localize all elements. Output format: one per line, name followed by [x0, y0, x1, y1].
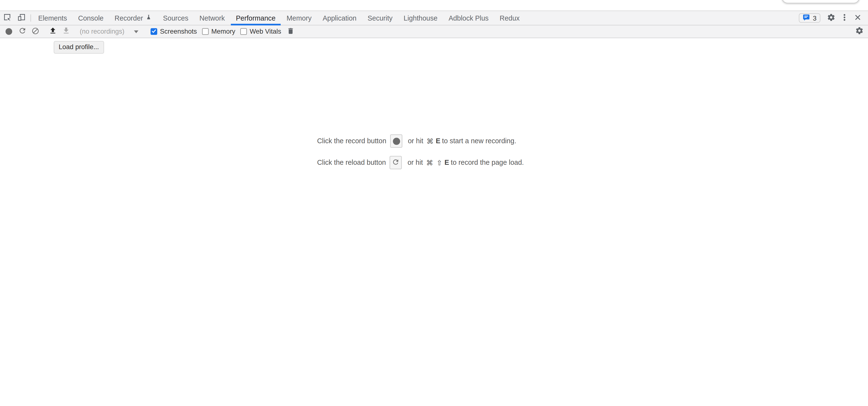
device-toolbar-button[interactable] — [14, 11, 29, 25]
browser-popup-remnant — [781, 0, 860, 3]
recordings-select-value: (no recordings) — [80, 28, 124, 35]
screenshots-checkbox-label: Screenshots — [160, 28, 197, 35]
kebab-menu-icon — [840, 13, 848, 23]
top-strip — [0, 0, 868, 10]
tab-label: Adblock Plus — [448, 14, 489, 22]
close-devtools-button[interactable] — [851, 11, 864, 25]
web-vitals-checkbox-label: Web Vitals — [250, 28, 281, 35]
memory-checkbox[interactable] — [202, 28, 209, 35]
clear-button[interactable] — [29, 25, 42, 37]
gear-icon — [827, 13, 835, 23]
cmd-key-glyph: ⌘ — [427, 137, 434, 145]
issues-counter-button[interactable]: 3 — [799, 13, 820, 23]
devtools-tabbar: Elements Console Recorder Sources Networ… — [0, 10, 868, 25]
tab-recorder[interactable]: Recorder — [109, 11, 157, 25]
performance-toolbar: (no recordings) Screenshots Memory Web V… — [0, 25, 868, 38]
speech-bubble-icon — [803, 13, 810, 23]
device-toolbar-icon — [17, 13, 26, 23]
recordings-select[interactable]: (no recordings) — [76, 28, 142, 35]
settings-button[interactable] — [824, 11, 837, 25]
reload-and-record-button[interactable] — [16, 25, 29, 37]
inspect-cursor-icon — [3, 13, 11, 23]
tab-label: Memory — [286, 14, 311, 22]
record-icon — [6, 28, 12, 35]
chevron-down-icon — [134, 30, 138, 33]
gear-icon — [855, 27, 863, 37]
check-icon — [151, 28, 157, 35]
tab-label: Elements — [38, 14, 67, 22]
record-icon — [393, 137, 400, 145]
tab-memory[interactable]: Memory — [281, 11, 317, 25]
or-hit-text: or hit — [408, 159, 423, 166]
reload-icon — [392, 158, 400, 167]
capture-settings-button[interactable] — [852, 25, 866, 37]
tab-elements[interactable]: Elements — [33, 11, 73, 25]
tab-label: Sources — [163, 14, 188, 22]
issues-count: 3 — [813, 14, 816, 22]
reload-instruction-row: Click the reload button or hit ⌘ ⇧ E to … — [317, 156, 551, 169]
save-profile-button[interactable] — [59, 25, 73, 37]
record-instruction-suffix: to start a new recording. — [442, 137, 516, 145]
garbage-collect-button[interactable] — [284, 25, 298, 37]
e-key-glyph: E — [436, 137, 440, 145]
more-options-button[interactable] — [837, 11, 851, 25]
reload-instruction-text: Click the reload button — [317, 159, 386, 166]
load-profile-tooltip: Load profile... — [54, 41, 104, 54]
tab-network[interactable]: Network — [194, 11, 230, 25]
tab-sources[interactable]: Sources — [157, 11, 194, 25]
record-button[interactable] — [2, 25, 16, 37]
tab-label: Application — [322, 14, 356, 22]
close-icon — [854, 13, 861, 23]
tab-application[interactable]: Application — [317, 11, 362, 25]
tab-label: Redux — [500, 14, 520, 22]
upload-icon — [49, 27, 57, 37]
devtools-window: Elements Console Recorder Sources Networ… — [0, 0, 868, 178]
trash-icon — [287, 27, 294, 36]
tabbar-right-controls: 3 — [799, 11, 868, 25]
tab-label: Recorder — [115, 14, 143, 22]
tab-redux[interactable]: Redux — [494, 11, 525, 25]
download-icon — [62, 27, 70, 37]
tab-label: Performance — [236, 14, 276, 22]
block-icon — [31, 27, 39, 36]
reload-icon — [18, 27, 26, 37]
cmd-key-glyph: ⌘ — [426, 159, 433, 167]
screenshots-checkbox[interactable] — [151, 28, 157, 35]
record-button-preview[interactable] — [390, 134, 402, 147]
perf-toolbar-right — [848, 25, 866, 37]
tab-lighthouse[interactable]: Lighthouse — [398, 11, 443, 25]
tab-performance[interactable]: Performance — [230, 11, 281, 25]
tab-label: Console — [78, 14, 104, 22]
reload-button-preview[interactable] — [390, 156, 402, 169]
tab-label: Network — [199, 14, 225, 22]
tab-console[interactable]: Console — [73, 11, 109, 25]
or-hit-text: or hit — [408, 137, 423, 145]
tab-security[interactable]: Security — [362, 11, 398, 25]
experiment-flask-icon — [146, 14, 152, 22]
memory-checkbox-label: Memory — [211, 28, 235, 35]
load-profile-button[interactable] — [46, 25, 59, 37]
reload-instruction-suffix: to record the page load. — [451, 159, 524, 166]
e-key-glyph: E — [444, 159, 449, 166]
record-instruction-text: Click the record button — [317, 137, 386, 145]
performance-empty-state: Click the record button or hit ⌘ E to st… — [317, 134, 551, 178]
divider — [31, 14, 31, 22]
web-vitals-checkbox[interactable] — [240, 28, 247, 35]
tab-label: Security — [368, 14, 393, 22]
record-instruction-row: Click the record button or hit ⌘ E to st… — [317, 134, 551, 147]
shift-key-glyph: ⇧ — [436, 159, 442, 167]
tab-label: Lighthouse — [404, 14, 438, 22]
inspect-element-button[interactable] — [0, 11, 14, 25]
tab-adblock-plus[interactable]: Adblock Plus — [443, 11, 494, 25]
